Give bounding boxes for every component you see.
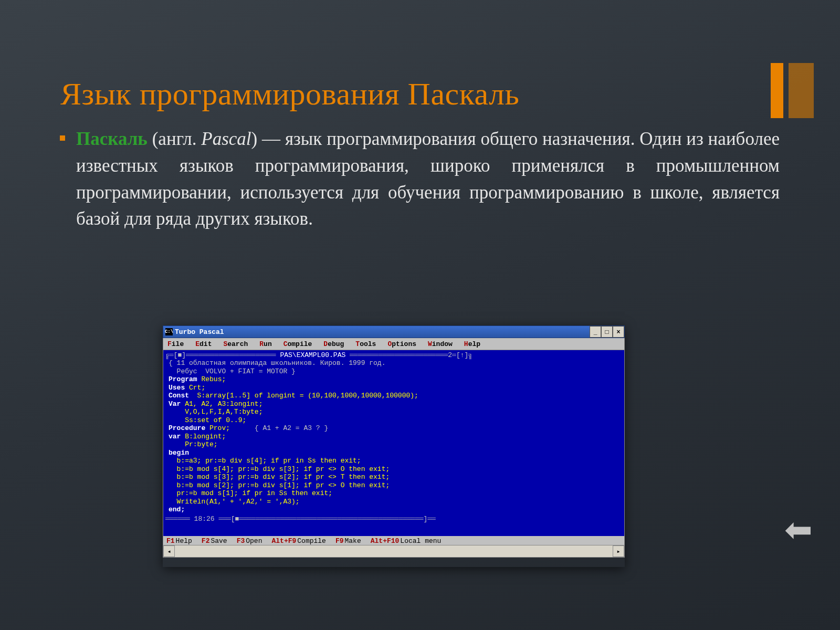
source-code[interactable]: { 11 областная олимпиада школьников. Кир… <box>169 359 622 514</box>
editor-frame-top: ╔═[■]══════════════════════ PAS\EXAMPL00… <box>165 351 622 359</box>
menu-help[interactable]: Help <box>464 340 480 348</box>
menu-run[interactable]: Run <box>259 340 271 348</box>
window-titlebar[interactable]: C:\ Turbo Pascal _ □ × <box>163 326 625 338</box>
window-title: Turbo Pascal <box>175 328 224 336</box>
menu-bar: File Edit Search Run Compile Debug Tools… <box>163 338 625 350</box>
editor-area[interactable]: ╔═[■]══════════════════════ PAS\EXAMPL00… <box>163 350 625 558</box>
menu-compile[interactable]: Compile <box>284 340 312 348</box>
term-italic: Pascal <box>201 129 251 149</box>
status-bar: F1Help F2Save F3Open Alt+F9Compile F9Mak… <box>163 536 624 545</box>
scroll-right-button[interactable]: ▸ <box>613 545 624 557</box>
maximize-button[interactable]: □ <box>601 326 613 338</box>
editor-clock-line: ══════ 18:26 ═══[■══════════════════════… <box>165 515 622 523</box>
menu-window[interactable]: Window <box>428 340 453 348</box>
app-icon: C:\ <box>165 328 173 335</box>
corner-accent <box>771 63 814 118</box>
scroll-left-button[interactable]: ◂ <box>163 545 175 557</box>
paren-open: (англ. <box>148 129 201 149</box>
slide-title: Язык программирования Паскаль <box>60 76 735 112</box>
minimize-button[interactable]: _ <box>590 326 601 338</box>
close-button[interactable]: × <box>613 326 624 338</box>
menu-edit[interactable]: Edit <box>195 340 212 348</box>
bullet-icon <box>60 135 65 141</box>
body-paragraph: Паскаль (англ. Pascal) — язык программир… <box>60 126 780 233</box>
term-strong: Паскаль <box>76 129 148 149</box>
back-arrow-icon[interactable]: ⬅ <box>784 513 813 547</box>
turbo-pascal-window: C:\ Turbo Pascal _ □ × File Edit Search … <box>163 326 625 567</box>
menu-tools[interactable]: Tools <box>355 340 376 348</box>
menu-search[interactable]: Search <box>223 340 248 348</box>
menu-file[interactable]: File <box>167 340 184 348</box>
horizontal-scrollbar[interactable]: ◂ ▸ <box>163 545 624 557</box>
menu-options[interactable]: Options <box>387 340 416 348</box>
menu-debug[interactable]: Debug <box>323 340 344 348</box>
